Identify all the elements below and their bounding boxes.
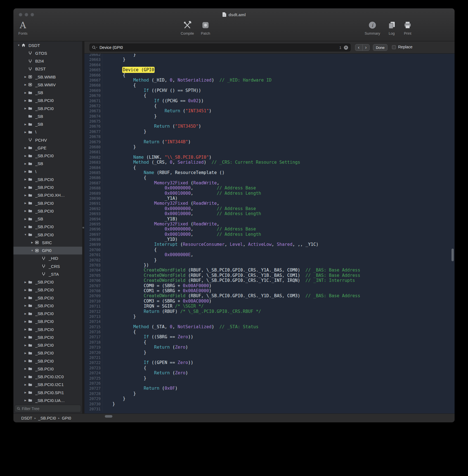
disclosure-closed-icon[interactable]: ▶	[23, 210, 28, 212]
filter-field[interactable]	[15, 405, 81, 412]
tree-item--sb-pci0-ua-[interactable]: ▶_SB.PCI0.UA…	[13, 396, 82, 404]
tree-item--sb-pci0-xh-[interactable]: ▶_SB.PCI0.XH…	[13, 191, 82, 199]
disclosure-closed-icon[interactable]: ▶	[23, 367, 28, 370]
tree-item--[interactable]: ▶\	[13, 128, 82, 136]
tree-item--sb-pci0[interactable]: ▶_SB.PCI0	[13, 365, 82, 373]
pane-splitter[interactable]	[82, 41, 84, 413]
disclosure-closed-icon[interactable]: ▶	[23, 202, 28, 204]
disclosure-closed-icon[interactable]: ▶	[23, 391, 28, 394]
tree-item--sta[interactable]: _STA	[13, 270, 82, 278]
disclosure-open-icon[interactable]: ▼	[23, 233, 28, 236]
disclosure-closed-icon[interactable]: ▶	[23, 352, 28, 354]
find-field[interactable]: 1 ✕	[89, 44, 351, 51]
tree-item--sb-pci0[interactable]: ▶_SB.PCI0	[13, 286, 82, 294]
disclosure-closed-icon[interactable]: ▶	[23, 194, 28, 197]
tree-item-gpi0[interactable]: ▼GPI0	[13, 247, 82, 254]
find-input[interactable]	[100, 45, 339, 50]
tree-item--sb-pci0[interactable]: ▶_SB.PCI0	[13, 294, 82, 302]
tree-item--sb-pci0[interactable]: ▶_SB.PCI0	[13, 207, 82, 215]
disclosure-closed-icon[interactable]: ▶	[23, 296, 28, 299]
disclosure-open-icon[interactable]: ▼	[16, 44, 21, 47]
disclosure-closed-icon[interactable]: ▶	[23, 91, 28, 94]
tree-item--crs[interactable]: _CRS	[13, 262, 82, 270]
disclosure-closed-icon[interactable]: ▶	[30, 241, 35, 244]
disclosure-open-icon[interactable]: ▼	[30, 249, 35, 252]
disclosure-closed-icon[interactable]: ▶	[23, 154, 28, 157]
tree-item--sb-pci0[interactable]: ▶_SB.PCI0	[13, 310, 82, 318]
tree-item--sb-pci0[interactable]: ▼_SB.PCI0	[13, 231, 82, 239]
tree-item--sb-pci0-i2c0[interactable]: ▶_SB.PCI0.I2C0	[13, 373, 82, 381]
vertical-scrollbar-thumb[interactable]	[452, 249, 454, 261]
done-button[interactable]: Done	[373, 44, 387, 51]
disclosure-closed-icon[interactable]: ▶	[23, 344, 28, 347]
tree-item--sb-pci0[interactable]: ▶_SB.PCI0	[13, 199, 82, 207]
disclosure-closed-icon[interactable]: ▶	[23, 328, 28, 331]
fonts-button[interactable]: A Fonts	[13, 20, 35, 35]
tree-item--sb-pci0[interactable]: ▶_SB.PCI0	[13, 104, 82, 112]
disclosure-closed-icon[interactable]: ▶	[23, 336, 28, 339]
disclosure-closed-icon[interactable]: ▶	[23, 123, 28, 126]
next-match-button[interactable]: ›	[363, 44, 370, 51]
horizontal-scrollbar-thumb[interactable]	[105, 415, 112, 418]
print-button[interactable]: Print	[396, 20, 419, 35]
disclosure-closed-icon[interactable]: ▶	[23, 99, 28, 102]
replace-checkbox[interactable]	[392, 45, 396, 49]
disclosure-closed-icon[interactable]: ▶	[23, 75, 28, 78]
tree-item-b2i4[interactable]: B2I4	[13, 57, 82, 65]
tree-item--sb[interactable]: ▶_SB	[13, 89, 82, 97]
disclosure-closed-icon[interactable]: ▶	[23, 178, 28, 181]
breadcrumb-item-dsdt[interactable]: DSDT	[21, 416, 32, 420]
clear-search-icon[interactable]: ✕	[344, 46, 348, 50]
tree-item--sb-pci0[interactable]: ▶_SB.PCI0	[13, 333, 82, 341]
tree-item-dsdt[interactable]: ▼DSDT	[13, 41, 82, 49]
tree-item-pchv[interactable]: PCHV	[13, 136, 82, 144]
tree-item--sb-pci0[interactable]: ▶_SB.PCI0	[13, 357, 82, 365]
tree-item--sb[interactable]: _SB	[13, 112, 82, 120]
tree-item--sb-wmib[interactable]: ▶_SB.WMIB	[13, 73, 82, 81]
breadcrumb-item--sb-pci0[interactable]: _SB.PCI0	[38, 416, 56, 420]
tree-item--sb-pci0[interactable]: ▶_SB.PCI0	[13, 175, 82, 183]
tree-item-gtos[interactable]: GTOS	[13, 49, 82, 57]
disclosure-closed-icon[interactable]: ▶	[23, 281, 28, 284]
tree-item--sb[interactable]: ▶_SB	[13, 160, 82, 168]
tree-item--sb-pci0[interactable]: ▶_SB.PCI0	[13, 223, 82, 231]
disclosure-closed-icon[interactable]: ▶	[23, 399, 28, 402]
tree-item--sb-pci0-i2c1[interactable]: ▶_SB.PCI0.I2C1	[13, 381, 82, 389]
code-editor[interactable]: 20662 }20663 }2066420665 Device (GPI0206…	[84, 54, 455, 413]
disclosure-closed-icon[interactable]: ▶	[23, 304, 28, 307]
tree-item--sb-pci0[interactable]: ▶_SB.PCI0	[13, 152, 82, 160]
disclosure-closed-icon[interactable]: ▶	[23, 360, 28, 362]
disclosure-closed-icon[interactable]: ▶	[23, 289, 28, 291]
disclosure-closed-icon[interactable]: ▶	[23, 131, 28, 134]
disclosure-closed-icon[interactable]: ▶	[23, 107, 28, 110]
filter-tree-input[interactable]	[22, 406, 79, 411]
tree-item--sb[interactable]: ▶_SB	[13, 120, 82, 128]
tree-item--hid[interactable]: _HID	[13, 254, 82, 262]
tree-item-b2st[interactable]: B2ST	[13, 65, 82, 73]
disclosure-closed-icon[interactable]: ▶	[23, 218, 28, 220]
previous-match-button[interactable]: ‹	[355, 44, 363, 51]
disclosure-closed-icon[interactable]: ▶	[23, 170, 28, 173]
tree-item--sb[interactable]: ▶_SB	[13, 215, 82, 223]
tree-item--sb-pci0[interactable]: ▶_SB.PCI0	[13, 278, 82, 286]
tree-item--sb-pci0[interactable]: ▶_SB.PCI0	[13, 349, 82, 357]
disclosure-closed-icon[interactable]: ▶	[23, 375, 28, 378]
disclosure-closed-icon[interactable]: ▶	[23, 312, 28, 315]
tree-item--sb-pci0[interactable]: ▶_SB.PCI0	[13, 318, 82, 325]
disclosure-closed-icon[interactable]: ▶	[23, 383, 28, 386]
tree-item--sb-pci0[interactable]: ▶_SB.PCI0	[13, 341, 82, 349]
tree-item--sb-pci0[interactable]: ▶_SB.PCI0	[13, 184, 82, 191]
tree-item--[interactable]: ▶\	[13, 168, 82, 175]
disclosure-closed-icon[interactable]: ▶	[23, 186, 28, 189]
patch-button[interactable]: Patch	[194, 20, 217, 35]
tree-item--gpe[interactable]: ▶_GPE	[13, 144, 82, 152]
tree-item--sb-pci0[interactable]: ▶_SB.PCI0	[13, 302, 82, 310]
disclosure-closed-icon[interactable]: ▶	[23, 320, 28, 323]
tree-item-sirc[interactable]: ▶SIRC	[13, 239, 82, 246]
disclosure-closed-icon[interactable]: ▶	[23, 83, 28, 86]
tree-item--sb-pci0[interactable]: ▶_SB.PCI0	[13, 325, 82, 333]
disclosure-closed-icon[interactable]: ▶	[23, 146, 28, 149]
tree-item--sb-pci0[interactable]: ▶_SB.PCI0	[13, 97, 82, 104]
tree-item--sb-pci0-spi1[interactable]: ▶_SB.PCI0.SPI1	[13, 389, 82, 396]
tree-item--sb-wmiv[interactable]: ▶_SB.WMIV	[13, 81, 82, 89]
